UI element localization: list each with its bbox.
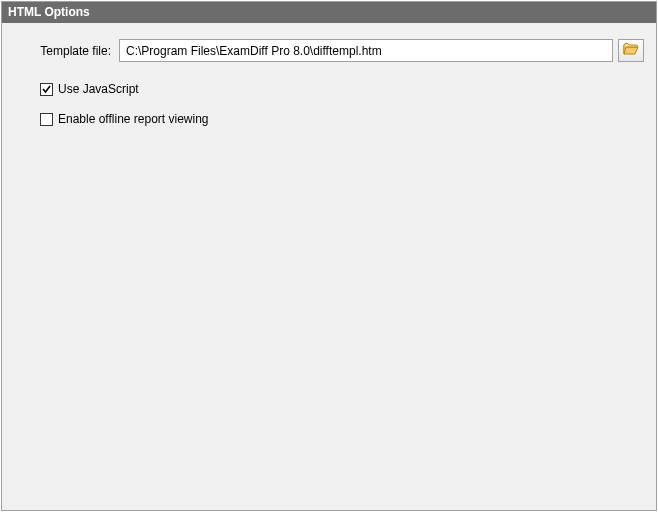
panel-title: HTML Options bbox=[2, 2, 656, 23]
enable-offline-checkbox[interactable]: Enable offline report viewing bbox=[40, 112, 644, 126]
checkbox-icon bbox=[40, 113, 53, 126]
template-file-label: Template file: bbox=[14, 44, 119, 58]
enable-offline-label: Enable offline report viewing bbox=[58, 112, 209, 126]
template-file-input[interactable] bbox=[119, 39, 613, 62]
panel-content: Template file: Use JavaScript bbox=[2, 23, 656, 510]
html-options-panel: HTML Options Template file: Use JavaS bbox=[1, 1, 657, 511]
use-javascript-label: Use JavaScript bbox=[58, 82, 139, 96]
browse-button[interactable] bbox=[618, 39, 644, 62]
use-javascript-checkbox[interactable]: Use JavaScript bbox=[40, 82, 644, 96]
template-file-row: Template file: bbox=[14, 39, 644, 62]
checkbox-icon bbox=[40, 83, 53, 96]
folder-open-icon bbox=[623, 42, 639, 59]
